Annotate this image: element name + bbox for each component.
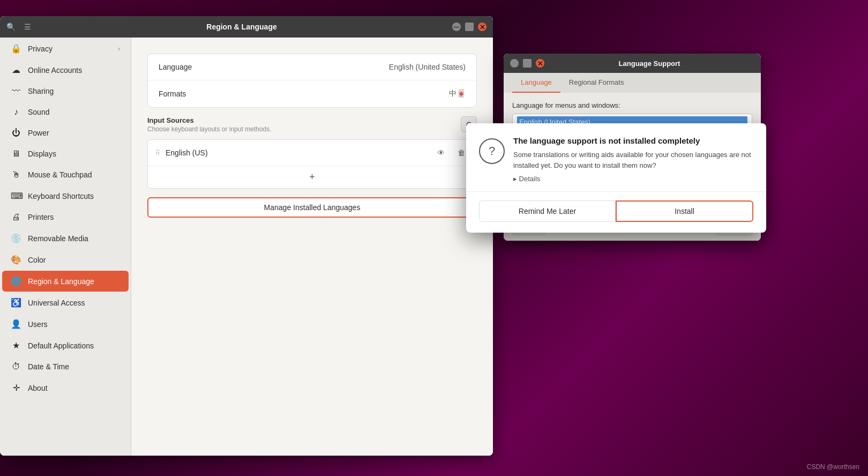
sidebar-item-users[interactable]: 👤 Users: [2, 314, 129, 334]
sidebar-item-removable-media[interactable]: 💿 Removable Media: [2, 228, 129, 249]
settings-window-title: Region & Language: [31, 23, 452, 31]
lang-maximize-button[interactable]: [523, 59, 532, 68]
sidebar-item-printers[interactable]: 🖨 Printers: [2, 207, 129, 227]
sidebar-item-power[interactable]: ⏻ Power: [2, 123, 129, 143]
sound-icon: ♪: [11, 107, 21, 117]
lang-support-titlebar: ✕ Language Support: [504, 54, 761, 73]
sidebar-label-mouse: Mouse & Touchpad: [28, 170, 120, 179]
sidebar-label-users: Users: [28, 320, 120, 329]
sidebar-item-displays[interactable]: 🖥 Displays: [2, 144, 129, 164]
hamburger-icon[interactable]: ☰: [24, 23, 31, 31]
sidebar-label-universal: Universal Access: [28, 299, 120, 307]
tab-language[interactable]: Language: [512, 73, 560, 93]
chevron-icon: ›: [118, 45, 120, 53]
sidebar-label-about: About: [28, 384, 120, 392]
removable-media-icon: 💿: [11, 233, 21, 243]
language-label: Language: [159, 63, 389, 71]
settings-window: 🔍 ☰ Region & Language ─ ✕ 🔒 Privacy › ☁ …: [0, 16, 493, 456]
language-row[interactable]: Language English (United States): [148, 54, 476, 80]
dialog-title: The language support is not installed co…: [513, 136, 753, 145]
add-row: +: [148, 166, 476, 188]
close-button[interactable]: ✕: [478, 23, 487, 31]
formats-label: Formats: [159, 90, 449, 98]
universal-access-icon: ♿: [11, 298, 21, 308]
input-sources-header: Input Sources Choose keyboard layouts or…: [147, 116, 477, 133]
input-source-name: English (US): [166, 148, 428, 157]
input-source-card: ⠿ English (US) 👁 🗑 +: [147, 139, 477, 189]
dialog-details[interactable]: ▸ Details: [513, 175, 753, 183]
dialog-text-area: The language support is not installed co…: [513, 136, 753, 183]
printers-icon: 🖨: [11, 212, 21, 222]
sidebar-label-power: Power: [28, 129, 120, 137]
sidebar-item-sound[interactable]: ♪ Sound: [2, 102, 129, 122]
tab-regional-formats[interactable]: Regional Formats: [560, 73, 633, 93]
settings-body: 🔒 Privacy › ☁ Online Accounts 〰 Sharing …: [0, 38, 493, 456]
displays-icon: 🖥: [11, 149, 21, 159]
sidebar-label-color: Color: [28, 256, 120, 264]
sidebar-item-mouse-touchpad[interactable]: 🖱 Mouse & Touchpad: [2, 165, 129, 185]
sidebar-label-region: Region & Language: [28, 277, 120, 286]
formats-row[interactable]: Formats 中🀄: [148, 80, 476, 107]
preview-source-button[interactable]: 👁: [433, 145, 448, 160]
sidebar-label-date-time: Date & Time: [28, 362, 120, 371]
online-accounts-icon: ☁: [11, 65, 21, 75]
titlebar-buttons: ─ ✕: [452, 23, 487, 31]
input-sources-section: Input Sources Choose keyboard layouts or…: [147, 116, 477, 189]
sidebar-item-color[interactable]: 🎨 Color: [2, 249, 129, 270]
install-button[interactable]: Install: [616, 200, 753, 222]
lang-minimize-button[interactable]: [510, 59, 519, 68]
color-icon: 🎨: [11, 255, 21, 265]
sidebar-item-default-applications[interactable]: ★ Default Applications: [2, 335, 129, 356]
dialog-actions: Remind Me Later Install: [466, 191, 766, 233]
dialog-content: ? The language support is not installed …: [466, 123, 766, 183]
input-sources-title: Input Sources: [147, 116, 271, 124]
chinese-flag-icon: 中🀄: [449, 89, 466, 98]
language-formats-card: Language English (United States) Formats…: [147, 54, 477, 108]
power-icon: ⏻: [11, 128, 21, 138]
watermark: CSDN @worthsen: [807, 463, 859, 471]
sidebar-item-universal-access[interactable]: ♿ Universal Access: [2, 292, 129, 313]
sharing-icon: 〰: [11, 86, 21, 96]
minimize-button[interactable]: ─: [452, 23, 461, 31]
input-sources-text: Input Sources Choose keyboard layouts or…: [147, 116, 271, 133]
default-apps-icon: ★: [11, 340, 21, 351]
sidebar-label-online-accounts: Online Accounts: [28, 66, 120, 75]
sidebar-label-sound: Sound: [28, 108, 120, 116]
sidebar-label-displays: Displays: [28, 150, 120, 158]
search-icon[interactable]: 🔍: [6, 23, 16, 31]
date-time-icon: ⏱: [11, 362, 21, 371]
lang-tabs: Language Regional Formats: [504, 73, 761, 93]
dialog-question-icon: ?: [479, 138, 505, 164]
region-language-icon: 🌐: [11, 276, 21, 286]
privacy-icon: 🔒: [11, 43, 21, 54]
sidebar-label-keyboard: Keyboard Shortcuts: [28, 192, 120, 200]
sidebar-item-online-accounts[interactable]: ☁ Online Accounts: [2, 59, 129, 80]
lang-support-title: Language Support: [544, 59, 754, 68]
drag-handle-icon: ⠿: [155, 149, 160, 157]
main-content: Language English (United States) Formats…: [131, 38, 493, 456]
language-value: English (United States): [389, 63, 466, 71]
dialog-message: Some translations or writing aids availa…: [513, 150, 753, 170]
settings-titlebar: 🔍 ☰ Region & Language ─ ✕: [0, 16, 493, 38]
lang-section-label: Language for menus and windows:: [512, 101, 752, 109]
lang-titlebar-buttons: ✕: [510, 59, 544, 68]
sidebar-item-privacy[interactable]: 🔒 Privacy ›: [2, 38, 129, 59]
sidebar-label-printers: Printers: [28, 213, 120, 221]
sidebar-label-sharing: Sharing: [28, 87, 120, 95]
lang-close-button[interactable]: ✕: [536, 59, 544, 68]
manage-installed-languages-button[interactable]: Manage Installed Languages: [147, 197, 477, 218]
sidebar-item-keyboard-shortcuts[interactable]: ⌨ Keyboard Shortcuts: [2, 185, 129, 206]
add-input-source-button[interactable]: +: [309, 172, 315, 183]
sidebar-item-about[interactable]: ✛ About: [2, 377, 129, 398]
remind-me-later-button[interactable]: Remind Me Later: [479, 200, 616, 222]
sidebar-label-removable: Removable Media: [28, 234, 120, 243]
sidebar-item-sharing[interactable]: 〰 Sharing: [2, 81, 129, 101]
sidebar-item-region-language[interactable]: 🌐 Region & Language: [2, 271, 129, 292]
maximize-button[interactable]: [465, 23, 474, 31]
sidebar-item-date-time[interactable]: ⏱ Date & Time: [2, 356, 129, 377]
formats-value: 中🀄: [449, 89, 466, 99]
users-icon: 👤: [11, 319, 21, 329]
input-sources-subtitle: Choose keyboard layouts or input methods…: [147, 125, 271, 133]
sidebar-label-default-apps: Default Applications: [28, 341, 120, 350]
language-incomplete-dialog: ? The language support is not installed …: [466, 123, 766, 233]
